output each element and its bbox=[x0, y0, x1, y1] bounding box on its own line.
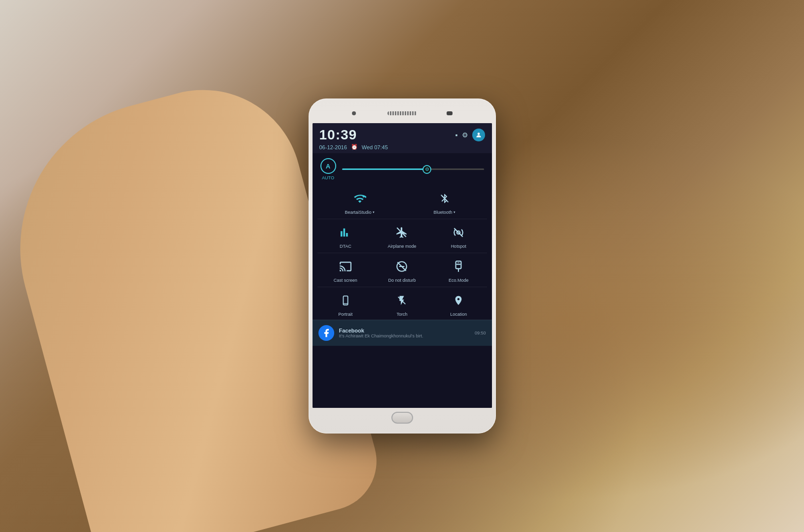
portrait-label: Portrait bbox=[338, 312, 352, 317]
qs-row-4: Portrait Torch bbox=[313, 288, 492, 320]
notification-content: Facebook It's Achirawit Ek Chaimongkhonn… bbox=[339, 328, 470, 338]
wifi-icon bbox=[350, 189, 369, 208]
svg-point-0 bbox=[477, 133, 480, 135]
qs-item-dtac[interactable]: DTAC bbox=[326, 223, 365, 249]
cast-icon bbox=[336, 257, 355, 276]
qs-item-hotspot[interactable]: Hotspot bbox=[439, 223, 478, 249]
divider-3 bbox=[317, 287, 487, 287]
slider-thumb-inner: ⚙ bbox=[422, 165, 431, 174]
portrait-icon bbox=[336, 291, 355, 310]
status-bar: 10:39 ▪ ⚙ 06-12-2016 ⏰ Wed 07:45 bbox=[313, 123, 492, 153]
sensor bbox=[447, 111, 453, 115]
svg-line-5 bbox=[454, 228, 462, 236]
divider-1 bbox=[317, 219, 487, 219]
phone-top-bar bbox=[313, 103, 492, 123]
wifi-label: BeartaiStudio ▾ bbox=[345, 210, 374, 215]
gear-icon[interactable]: ⚙ bbox=[462, 131, 468, 139]
slider-thumb[interactable]: ⚙ bbox=[422, 165, 431, 174]
bluetooth-icon bbox=[435, 189, 454, 208]
airplane-icon bbox=[392, 223, 411, 242]
alarm-icon: ⏰ bbox=[351, 144, 358, 150]
auto-brightness-button[interactable]: A AUTO bbox=[320, 158, 336, 180]
dnd-label: Do not disturb bbox=[388, 278, 416, 283]
stop-icon: ▪ bbox=[455, 131, 458, 139]
speaker bbox=[387, 111, 417, 115]
dnd-icon bbox=[392, 257, 411, 276]
signal-icon bbox=[336, 223, 355, 242]
notification-facebook[interactable]: Facebook It's Achirawit Ek Chaimongkhonn… bbox=[313, 320, 492, 346]
qs-item-dnd[interactable]: Do not disturb bbox=[382, 257, 421, 283]
auto-circle: A bbox=[320, 158, 336, 174]
phone-bottom-bar bbox=[313, 408, 492, 428]
svg-point-1 bbox=[362, 196, 364, 198]
qs-row-3: Cast screen Do not disturb bbox=[313, 254, 492, 286]
qs-item-cast[interactable]: Cast screen bbox=[326, 257, 365, 283]
auto-label: AUTO bbox=[322, 175, 334, 180]
qs-item-wifi[interactable]: BeartaiStudio ▾ bbox=[340, 189, 380, 215]
home-button[interactable] bbox=[391, 412, 413, 424]
status-icons: ▪ ⚙ bbox=[455, 129, 485, 141]
divider-2 bbox=[317, 253, 487, 253]
bluetooth-label: Bluetooth ▾ bbox=[433, 210, 455, 215]
hotspot-icon bbox=[449, 223, 468, 242]
qs-row-2: DTAC Airplane mode bbox=[313, 220, 492, 252]
time-display: 10:39 bbox=[319, 127, 357, 143]
cast-label: Cast screen bbox=[334, 278, 357, 283]
alarm-time: Wed 07:45 bbox=[362, 144, 388, 150]
airplane-label: Airplane mode bbox=[387, 244, 416, 249]
user-icon[interactable] bbox=[472, 129, 485, 141]
location-label: Location bbox=[450, 312, 467, 317]
qs-item-airplane[interactable]: Airplane mode bbox=[382, 223, 421, 249]
qs-item-bluetooth[interactable]: Bluetooth ▾ bbox=[425, 189, 464, 215]
hotspot-label: Hotspot bbox=[451, 244, 466, 249]
brightness-gear-icon: ⚙ bbox=[425, 166, 429, 172]
phone-device: 10:39 ▪ ⚙ 06-12-2016 ⏰ Wed 07:45 bbox=[309, 99, 496, 433]
brightness-section: A AUTO ⚙ bbox=[313, 153, 492, 184]
phone-screen: 10:39 ▪ ⚙ 06-12-2016 ⏰ Wed 07:45 bbox=[313, 123, 492, 408]
front-camera bbox=[352, 111, 356, 115]
qs-item-portrait[interactable]: Portrait bbox=[326, 291, 365, 317]
location-icon bbox=[449, 291, 468, 310]
torch-icon bbox=[392, 291, 411, 310]
date-display: 06-12-2016 bbox=[319, 144, 347, 150]
dtac-label: DTAC bbox=[340, 244, 351, 249]
notification-body: It's Achirawit Ek Chaimongkhonnukul's bi… bbox=[339, 333, 470, 338]
notification-time: 09:50 bbox=[475, 331, 486, 335]
torch-label: Torch bbox=[396, 312, 407, 317]
qs-item-location[interactable]: Location bbox=[439, 291, 478, 317]
qs-item-torch[interactable]: Torch bbox=[382, 291, 421, 317]
svg-line-6 bbox=[398, 262, 406, 270]
notification-title: Facebook bbox=[339, 328, 470, 333]
qs-row-1: BeartaiStudio ▾ Bluetooth ▾ bbox=[313, 186, 492, 218]
qs-item-eco[interactable]: Eco.Mode bbox=[439, 257, 478, 283]
facebook-icon bbox=[318, 325, 334, 341]
brightness-slider[interactable]: ⚙ bbox=[342, 168, 484, 170]
eco-icon bbox=[449, 257, 468, 276]
quick-settings-panel: BeartaiStudio ▾ Bluetooth ▾ bbox=[313, 184, 492, 408]
eco-label: Eco.Mode bbox=[449, 278, 469, 283]
date-row: 06-12-2016 ⏰ Wed 07:45 bbox=[319, 144, 485, 150]
